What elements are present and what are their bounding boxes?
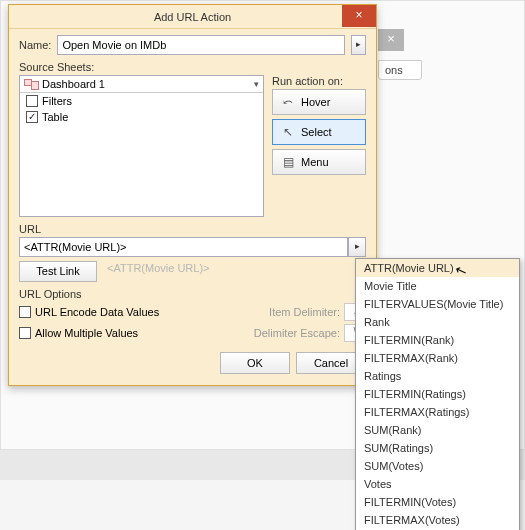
run-hover-button[interactable]: ⤺ Hover (272, 89, 366, 115)
checkbox-icon[interactable] (26, 95, 38, 107)
dropdown-item[interactable]: FILTERMAX(Rank) (356, 349, 519, 367)
sheet-check-label: Filters (42, 95, 72, 107)
dropdown-item[interactable]: FILTERMIN(Rank) (356, 331, 519, 349)
checkbox-icon[interactable]: ✓ (26, 111, 38, 123)
dropdown-item[interactable]: FILTERMIN(Votes) (356, 493, 519, 511)
dropdown-item[interactable]: FILTERMAX(Votes) (356, 511, 519, 529)
name-input[interactable] (57, 35, 344, 55)
checkbox-icon[interactable] (19, 306, 31, 318)
dropdown-item[interactable]: SUM(Votes) (356, 457, 519, 475)
dashboard-icon (24, 79, 38, 89)
delimiter-escape-label: Delimiter Escape: (254, 327, 340, 339)
dropdown-item[interactable]: Ratings (356, 367, 519, 385)
close-icon[interactable]: × (342, 5, 376, 27)
run-button-label: Select (301, 126, 332, 138)
dropdown-item[interactable]: ATTR(Movie URL) (356, 259, 519, 277)
dashboard-combo-value: Dashboard 1 (42, 78, 105, 90)
dropdown-item[interactable]: SUM(Ratings) (356, 439, 519, 457)
dashboard-combo[interactable]: Dashboard 1 ▾ (20, 76, 263, 93)
url-hint-text: <ATTR(Movie URL)> (107, 257, 209, 282)
ok-button[interactable]: OK (220, 352, 290, 374)
url-options-label: URL Options (19, 288, 366, 300)
dropdown-item[interactable]: Rank (356, 313, 519, 331)
run-menu-button[interactable]: ▤ Menu (272, 149, 366, 175)
run-select-button[interactable]: ↖ Select (272, 119, 366, 145)
dialog-titlebar: Add URL Action × (9, 5, 376, 29)
menu-icon: ▤ (281, 155, 295, 169)
item-delimiter-label: Item Delimiter: (269, 306, 340, 318)
allow-multiple-option-label: Allow Multiple Values (35, 327, 138, 339)
dialog-title: Add URL Action (154, 11, 231, 23)
dropdown-item[interactable]: Votes (356, 475, 519, 493)
hover-icon: ⤺ (281, 95, 295, 109)
dropdown-item[interactable]: FILTERMAX(Ratings) (356, 403, 519, 421)
dropdown-item[interactable]: FILTERMIN(Ratings) (356, 385, 519, 403)
run-button-label: Menu (301, 156, 329, 168)
url-section-label: URL (19, 223, 366, 235)
add-url-action-dialog: Add URL Action × Name: ▸ Source Sheets: … (8, 4, 377, 386)
url-encode-option-label: URL Encode Data Values (35, 306, 159, 318)
url-field-menu-button[interactable]: ▸ (348, 237, 366, 257)
sheet-check-table[interactable]: ✓ Table (20, 109, 263, 125)
select-icon: ↖ (281, 125, 295, 139)
source-sheets-list[interactable]: Dashboard 1 ▾ Filters ✓ Table (19, 75, 264, 217)
source-sheets-label: Source Sheets: (19, 61, 366, 73)
background-tab-fragment: ons (378, 60, 422, 80)
dropdown-item[interactable]: SUM(Rank) (356, 421, 519, 439)
sheet-check-label: Table (42, 111, 68, 123)
background-close-button[interactable]: × (378, 29, 404, 51)
url-input[interactable] (19, 237, 348, 257)
dropdown-item[interactable]: Movie Title (356, 277, 519, 295)
dropdown-item[interactable]: FILTERVALUES(Movie Title) (356, 295, 519, 313)
run-button-label: Hover (301, 96, 330, 108)
run-action-label: Run action on: (272, 75, 366, 87)
test-link-button[interactable]: Test Link (19, 261, 97, 282)
name-field-menu-button[interactable]: ▸ (351, 35, 366, 55)
field-dropdown[interactable]: ATTR(Movie URL)Movie TitleFILTERVALUES(M… (355, 258, 520, 530)
sheet-check-filters[interactable]: Filters (20, 93, 263, 109)
name-label: Name: (19, 39, 51, 51)
chevron-down-icon: ▾ (254, 79, 259, 89)
checkbox-icon[interactable] (19, 327, 31, 339)
